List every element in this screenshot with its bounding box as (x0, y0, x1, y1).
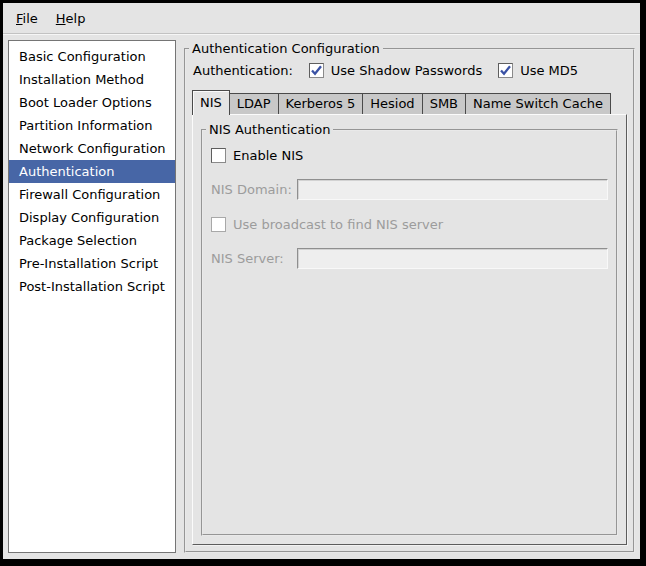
use-shadow-passwords-checkbox[interactable]: Use Shadow Passwords (309, 63, 482, 78)
sidebar-item-boot-loader-options[interactable]: Boot Loader Options (9, 91, 175, 114)
use-shadow-passwords-label: Use Shadow Passwords (331, 63, 482, 78)
authentication-label: Authentication: (193, 63, 293, 78)
section-list[interactable]: Basic Configuration Installation Method … (8, 40, 176, 553)
nis-server-label: NIS Server: (211, 251, 297, 266)
sidebar-item-firewall-configuration[interactable]: Firewall Configuration (9, 183, 175, 206)
checkbox-icon (498, 63, 513, 78)
check-icon (310, 64, 323, 77)
sidebar-item-authentication[interactable]: Authentication (9, 160, 175, 183)
sidebar-item-basic-configuration[interactable]: Basic Configuration (9, 45, 175, 68)
authentication-options-row: Authentication: Use Shadow Passwords (193, 63, 627, 78)
enable-nis-label: Enable NIS (233, 148, 303, 163)
checkbox-icon (211, 148, 226, 163)
sidebar-item-partition-information[interactable]: Partition Information (9, 114, 175, 137)
nis-domain-input (297, 179, 608, 200)
nis-authentication-frame: NIS Authentication Enable NIS (201, 129, 618, 536)
checkbox-icon (309, 63, 324, 78)
use-broadcast-label: Use broadcast to find NIS server (233, 217, 443, 232)
nis-domain-row: NIS Domain: (211, 179, 608, 200)
nis-server-row: NIS Server: (211, 248, 608, 269)
use-md5-label: Use MD5 (520, 63, 578, 78)
sidebar-item-display-configuration[interactable]: Display Configuration (9, 206, 175, 229)
check-icon (499, 64, 512, 77)
frame-title: Authentication Configuration (189, 41, 383, 57)
menu-file[interactable]: File (7, 8, 47, 29)
nis-server-input (297, 248, 608, 269)
frame-title: NIS Authentication (206, 122, 333, 138)
tab-smb[interactable]: SMB (422, 93, 466, 114)
authentication-configuration-frame: Authentication Configuration Authenticat… (184, 48, 635, 553)
tab-nis[interactable]: NIS (192, 90, 230, 115)
tab-name-switch-cache[interactable]: Name Switch Cache (465, 93, 611, 114)
sidebar-item-network-configuration[interactable]: Network Configuration (9, 137, 175, 160)
tab-kerberos-5[interactable]: Kerberos 5 (278, 93, 364, 114)
nis-tab-page: NIS Authentication Enable NIS (192, 114, 627, 545)
tab-strip: NIS LDAP Kerberos 5 Hesiod SMB Name Swit… (192, 90, 627, 114)
menu-help[interactable]: Help (47, 8, 95, 29)
use-broadcast-row: Use broadcast to find NIS server (211, 217, 608, 235)
tab-hesiod[interactable]: Hesiod (362, 93, 422, 114)
sidebar-item-package-selection[interactable]: Package Selection (9, 229, 175, 252)
checkbox-icon (211, 217, 226, 232)
main-content: Basic Configuration Installation Method … (3, 34, 640, 559)
enable-nis-row: Enable NIS (211, 148, 608, 166)
window-body: File Help Basic Configuration Installati… (3, 3, 640, 559)
sidebar-item-pre-installation-script[interactable]: Pre-Installation Script (9, 252, 175, 275)
sidebar-item-post-installation-script[interactable]: Post-Installation Script (9, 275, 175, 298)
menubar: File Help (3, 3, 640, 34)
tab-ldap[interactable]: LDAP (229, 93, 279, 114)
auth-notebook: NIS LDAP Kerberos 5 Hesiod SMB Name Swit… (192, 90, 627, 545)
use-broadcast-checkbox: Use broadcast to find NIS server (211, 217, 443, 232)
app-window: File Help Basic Configuration Installati… (0, 0, 646, 566)
use-md5-checkbox[interactable]: Use MD5 (498, 63, 578, 78)
sidebar-item-installation-method[interactable]: Installation Method (9, 68, 175, 91)
enable-nis-checkbox[interactable]: Enable NIS (211, 148, 303, 163)
nis-domain-label: NIS Domain: (211, 182, 297, 197)
